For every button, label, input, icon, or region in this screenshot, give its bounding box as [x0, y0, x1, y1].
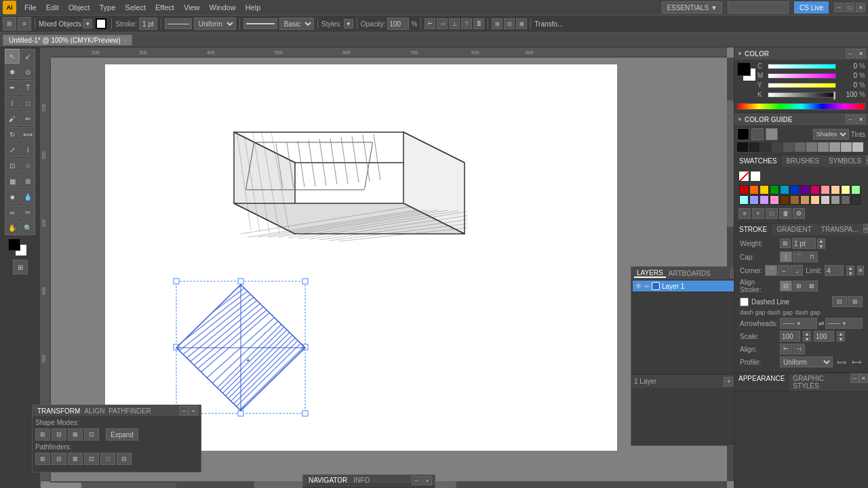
swap-arrows-btn[interactable]: ⇄	[818, 320, 824, 327]
screen-mode-btn[interactable]: ⊞	[13, 260, 28, 274]
distribute-icon[interactable]: ≣	[473, 18, 484, 29]
scale-tool[interactable]: ⤢	[5, 142, 20, 157]
arrowhead-start[interactable]: —— ▼	[780, 318, 817, 329]
swatch-options-icon[interactable]: ⚙	[793, 208, 805, 219]
weight-link-icon[interactable]: ⊞	[780, 239, 791, 248]
uniform-select[interactable]: Uniform	[194, 18, 236, 30]
k-slider[interactable]	[768, 92, 836, 98]
weight-down[interactable]: ▼	[817, 244, 825, 249]
scale-2-up[interactable]: ▲	[837, 331, 845, 336]
menu-select[interactable]: Select	[121, 2, 150, 13]
layers-tab[interactable]: LAYERS	[634, 269, 666, 278]
transform-minimize[interactable]: ─	[179, 406, 189, 415]
center-align-btn[interactable]: ⊟	[780, 281, 792, 291]
rotate-tool[interactable]: ↻	[5, 127, 20, 142]
make-sublayer-btn[interactable]: +	[724, 377, 734, 386]
inside-align-btn[interactable]: ⊞	[793, 281, 805, 291]
navigator-tab[interactable]: NAVIGATOR	[306, 476, 350, 484]
swatch-delete-icon[interactable]: 🗑	[779, 208, 791, 219]
color-panel-close[interactable]: ✕	[856, 49, 865, 58]
menu-object[interactable]: Object	[64, 2, 94, 13]
shade-4[interactable]	[772, 142, 783, 152]
profile-select[interactable]: Uniform	[780, 357, 833, 367]
menu-window[interactable]: Window	[205, 2, 240, 13]
more-icon-3[interactable]: ⊠	[516, 18, 527, 29]
pencil-tool[interactable]: ✏	[20, 111, 35, 126]
shade-3[interactable]	[760, 142, 771, 152]
minus-front-btn[interactable]: ⊟	[52, 428, 66, 441]
appearance-close[interactable]: ✕	[859, 373, 868, 383]
menu-type[interactable]: Type	[96, 2, 120, 13]
shade-6[interactable]	[795, 142, 806, 152]
dash-style-1[interactable]: ⊟	[832, 296, 847, 307]
limit-down[interactable]: ▼	[846, 271, 854, 276]
swatch-lt-red[interactable]	[821, 185, 830, 195]
line-style-selector[interactable]	[165, 18, 192, 29]
transform-icon[interactable]: ⊞	[3, 17, 16, 30]
shade-8[interactable]	[818, 142, 829, 152]
appearance-tab[interactable]: APPEARANCE	[734, 373, 789, 391]
magic-wand-tool[interactable]: ✱	[5, 64, 20, 79]
color-guide-header[interactable]: ▼ COLOR GUIDE ─ ✕	[734, 113, 868, 125]
swatch-menu-icon[interactable]: ≡	[738, 208, 751, 219]
exclude-btn[interactable]: ⊡	[84, 428, 99, 441]
symbol-tool[interactable]: ☆	[20, 158, 35, 173]
bottom-scrollbar[interactable]	[41, 483, 176, 488]
line-tool[interactable]: /	[5, 96, 20, 110]
document-tab[interactable]: Untitled-1* @ 100% (CMYK/Preview) ×	[3, 35, 132, 45]
unite-btn[interactable]: ⊞	[35, 428, 50, 441]
align-arrow-1[interactable]: ⊢	[780, 344, 792, 354]
stroke-style-preview[interactable]	[243, 18, 277, 29]
paintbrush-tool[interactable]: 🖌	[5, 111, 20, 126]
graphic-styles-tab[interactable]: GRAPHIC STYLES	[789, 373, 850, 391]
hand-tool[interactable]: ✋	[5, 220, 20, 235]
swatch-dk-gray[interactable]	[841, 195, 850, 205]
bevel-join-btn[interactable]: ⌟	[791, 265, 803, 276]
scale-1-up[interactable]: ▲	[803, 331, 811, 336]
shade-1[interactable]	[737, 142, 748, 152]
swatch-lt-orange[interactable]	[831, 185, 840, 195]
menu-view[interactable]: View	[180, 2, 204, 13]
menu-edit[interactable]: Edit	[42, 2, 63, 13]
eyedropper-tool[interactable]: 💧	[20, 189, 35, 204]
shade-9[interactable]	[829, 142, 840, 152]
lasso-tool[interactable]: ⊙	[20, 64, 35, 79]
shade-10[interactable]	[841, 142, 852, 152]
round-join-btn[interactable]: ⌣	[778, 265, 790, 276]
swatch-lt-cyan[interactable]	[739, 195, 749, 205]
appearance-minimize[interactable]: ─	[850, 373, 859, 383]
stroke-value[interactable]: 1 pt	[139, 18, 157, 30]
outline-btn[interactable]: □	[100, 453, 115, 465]
color-spectrum[interactable]	[737, 103, 865, 110]
free-transform-tool[interactable]: ⊡	[5, 158, 20, 173]
align-center-icon[interactable]: ⊣	[437, 18, 448, 29]
m-slider[interactable]	[768, 73, 836, 79]
shade-5[interactable]	[783, 142, 794, 152]
square-cap-btn[interactable]: ⊓	[806, 251, 818, 262]
swatch-red[interactable]	[739, 185, 749, 195]
restore-button[interactable]: □	[845, 3, 854, 12]
swatch-yellow[interactable]	[760, 185, 769, 195]
guide-color-3[interactable]	[766, 128, 778, 140]
swatch-lt-pink[interactable]	[770, 195, 779, 205]
swatch-group-icon[interactable]: □	[766, 208, 778, 219]
guide-main-color[interactable]	[737, 128, 749, 140]
swatch-new-icon[interactable]: +	[752, 208, 764, 219]
transparency-tab[interactable]: TRANSPA...	[816, 224, 863, 235]
pen-tool[interactable]: ✒	[5, 80, 20, 95]
swatch-cyan[interactable]	[780, 185, 789, 195]
dash-style-2[interactable]: ⊞	[848, 296, 863, 307]
swatch-green[interactable]	[770, 185, 779, 195]
align-left-icon[interactable]: ⊢	[425, 18, 435, 29]
color-guide-close[interactable]: ✕	[856, 115, 865, 124]
tab-close-button[interactable]: ×	[123, 37, 127, 43]
transform-tab[interactable]: TRANSFORM	[35, 407, 82, 415]
swatch-pink[interactable]	[810, 185, 820, 195]
search-input[interactable]	[728, 1, 789, 14]
direct-select-tool[interactable]: ↙	[20, 49, 35, 64]
divide-btn[interactable]: ⊞	[35, 453, 50, 465]
swatch-lt-green[interactable]	[851, 185, 861, 195]
stroke-tab[interactable]: STROKE	[734, 224, 772, 235]
gradient-tool[interactable]: ■	[5, 189, 20, 204]
blend-tool[interactable]: ∞	[5, 205, 20, 220]
